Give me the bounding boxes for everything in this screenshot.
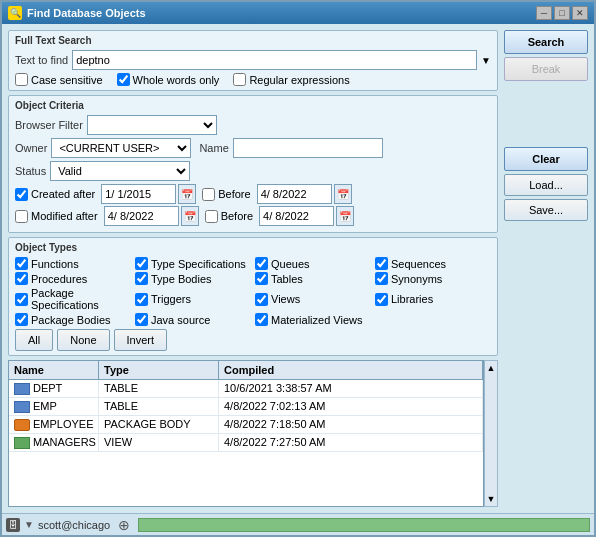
- status-db-icon: 🗄: [6, 518, 20, 532]
- created-after-calendar-button[interactable]: 📅: [178, 184, 196, 204]
- status-indicator: [138, 518, 590, 532]
- type-pkg-bodies-checkbox[interactable]: [15, 313, 28, 326]
- table-row[interactable]: EMP TABLE 4/8/2022 7:02:13 AM: [9, 398, 483, 416]
- type-pkg-bodies[interactable]: Package Bodies: [15, 313, 131, 326]
- before-1-date-input[interactable]: [257, 184, 332, 204]
- type-libraries-checkbox[interactable]: [375, 293, 388, 306]
- type-sequences-label: Sequences: [391, 258, 446, 270]
- type-queues-checkbox[interactable]: [255, 257, 268, 270]
- title-bar-left: 🔍 Find Database Objects: [8, 6, 146, 20]
- search-button[interactable]: Search: [504, 30, 588, 54]
- before-1-calendar-button[interactable]: 📅: [334, 184, 352, 204]
- type-queues[interactable]: Queues: [255, 257, 371, 270]
- type-type-specs[interactable]: Type Specifications: [135, 257, 251, 270]
- regex-checkbox[interactable]: [233, 73, 246, 86]
- before-2-checkbox[interactable]: [205, 210, 218, 223]
- before-2-date-input[interactable]: [259, 206, 334, 226]
- type-triggers-checkbox[interactable]: [135, 293, 148, 306]
- before-2-option[interactable]: Before: [205, 210, 253, 223]
- view-icon: [14, 437, 30, 449]
- row-type-managers: VIEW: [99, 434, 219, 451]
- type-triggers-label: Triggers: [151, 293, 191, 305]
- load-button[interactable]: Load...: [504, 174, 588, 196]
- status-select[interactable]: Valid: [50, 161, 190, 181]
- type-sequences-checkbox[interactable]: [375, 257, 388, 270]
- type-pkg-specs-label: Package Specifications: [31, 287, 131, 311]
- row-compiled-dept: 10/6/2021 3:38:57 AM: [219, 380, 483, 397]
- type-functions-checkbox[interactable]: [15, 257, 28, 270]
- modified-after-row: Modified after 📅 Before 📅: [15, 206, 491, 226]
- vertical-scrollbar[interactable]: ▲ ▼: [484, 360, 498, 507]
- type-type-bodies-checkbox[interactable]: [135, 272, 148, 285]
- type-pkg-specs-checkbox[interactable]: [15, 293, 28, 306]
- package-icon: [14, 419, 30, 431]
- clear-button[interactable]: Clear: [504, 147, 588, 171]
- table-row[interactable]: DEPT TABLE 10/6/2021 3:38:57 AM: [9, 380, 483, 398]
- type-tables-checkbox[interactable]: [255, 272, 268, 285]
- scroll-up-button[interactable]: ▲: [487, 361, 496, 375]
- status-pin-icon[interactable]: ⊕: [118, 517, 130, 533]
- case-sensitive-option[interactable]: Case sensitive: [15, 73, 103, 86]
- created-after-checkbox[interactable]: [15, 188, 28, 201]
- type-queues-label: Queues: [271, 258, 310, 270]
- text-to-find-input[interactable]: [72, 50, 477, 70]
- table-row[interactable]: EMPLOYEE PACKAGE BODY 4/8/2022 7:18:50 A…: [9, 416, 483, 434]
- type-synonyms-checkbox[interactable]: [375, 272, 388, 285]
- type-type-specs-label: Type Specifications: [151, 258, 246, 270]
- modified-after-date-wrap: 📅: [104, 206, 199, 226]
- modified-after-checkbox[interactable]: [15, 210, 28, 223]
- created-after-date-input[interactable]: [101, 184, 176, 204]
- type-functions[interactable]: Functions: [15, 257, 131, 270]
- title-bar: 🔍 Find Database Objects ─ □ ✕: [2, 2, 594, 24]
- before-2-label: Before: [221, 210, 253, 222]
- created-after-option[interactable]: Created after: [15, 188, 95, 201]
- dropdown-arrow-icon[interactable]: ▼: [481, 55, 491, 66]
- type-views-checkbox[interactable]: [255, 293, 268, 306]
- type-type-specs-checkbox[interactable]: [135, 257, 148, 270]
- maximize-button[interactable]: □: [554, 6, 570, 20]
- modified-after-calendar-button[interactable]: 📅: [181, 206, 199, 226]
- type-tables[interactable]: Tables: [255, 272, 371, 285]
- save-button[interactable]: Save...: [504, 199, 588, 221]
- whole-words-option[interactable]: Whole words only: [117, 73, 220, 86]
- type-java-source[interactable]: Java source: [135, 313, 251, 326]
- before-1-option[interactable]: Before: [202, 188, 250, 201]
- name-input[interactable]: [233, 138, 383, 158]
- type-synonyms[interactable]: Synonyms: [375, 272, 491, 285]
- table-row[interactable]: MANAGERS VIEW 4/8/2022 7:27:50 AM: [9, 434, 483, 452]
- type-views[interactable]: Views: [255, 287, 371, 311]
- type-procedures-checkbox[interactable]: [15, 272, 28, 285]
- minimize-button[interactable]: ─: [536, 6, 552, 20]
- whole-words-checkbox[interactable]: [117, 73, 130, 86]
- type-java-source-checkbox[interactable]: [135, 313, 148, 326]
- case-sensitive-checkbox[interactable]: [15, 73, 28, 86]
- break-button: Break: [504, 57, 588, 81]
- search-options-row: Case sensitive Whole words only Regular …: [15, 73, 491, 86]
- type-procedures[interactable]: Procedures: [15, 272, 131, 285]
- close-button[interactable]: ✕: [572, 6, 588, 20]
- name-label: Name: [199, 142, 228, 154]
- owner-select[interactable]: <CURRENT USER>: [51, 138, 191, 158]
- type-libraries[interactable]: Libraries: [375, 287, 491, 311]
- type-sequences[interactable]: Sequences: [375, 257, 491, 270]
- modified-after-option[interactable]: Modified after: [15, 210, 98, 223]
- type-pkg-specs[interactable]: Package Specifications: [15, 287, 131, 311]
- invert-button[interactable]: Invert: [114, 329, 168, 351]
- all-button[interactable]: All: [15, 329, 53, 351]
- type-mat-views-label: Materialized Views: [271, 314, 363, 326]
- none-button[interactable]: None: [57, 329, 109, 351]
- row-name-managers: MANAGERS: [9, 434, 99, 451]
- before-2-calendar-button[interactable]: 📅: [336, 206, 354, 226]
- before-1-checkbox[interactable]: [202, 188, 215, 201]
- browser-filter-label: Browser Filter: [15, 119, 83, 131]
- type-triggers[interactable]: Triggers: [135, 287, 251, 311]
- browser-filter-select[interactable]: [87, 115, 217, 135]
- regex-option[interactable]: Regular expressions: [233, 73, 349, 86]
- table-header: Name Type Compiled: [9, 361, 483, 380]
- created-after-label: Created after: [31, 188, 95, 200]
- type-mat-views[interactable]: Materialized Views: [255, 313, 491, 326]
- type-type-bodies[interactable]: Type Bodies: [135, 272, 251, 285]
- modified-after-date-input[interactable]: [104, 206, 179, 226]
- type-mat-views-checkbox[interactable]: [255, 313, 268, 326]
- scroll-down-button[interactable]: ▼: [487, 492, 496, 506]
